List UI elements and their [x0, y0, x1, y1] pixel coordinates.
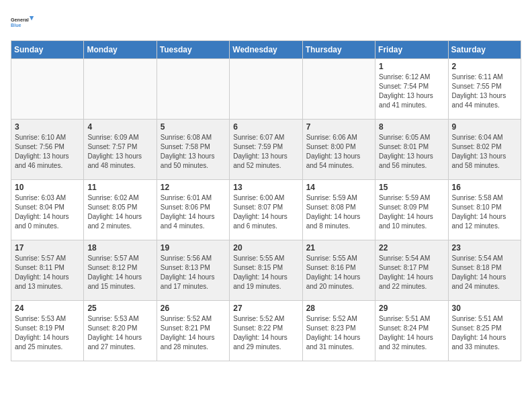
day-info: Sunrise: 6:00 AMSunset: 8:07 PMDaylight:… — [233, 193, 298, 231]
calendar-cell: 27Sunrise: 5:52 AMSunset: 8:22 PMDayligh… — [230, 301, 302, 361]
calendar-week-4: 17Sunrise: 5:57 AMSunset: 8:11 PMDayligh… — [11, 240, 521, 301]
calendar-cell — [230, 59, 302, 120]
calendar-cell: 28Sunrise: 5:52 AMSunset: 8:23 PMDayligh… — [302, 301, 375, 361]
calendar-cell: 5Sunrise: 6:08 AMSunset: 7:58 PMDaylight… — [157, 120, 229, 180]
calendar-cell: 6Sunrise: 6:07 AMSunset: 7:59 PMDaylight… — [230, 120, 302, 180]
calendar-cell: 14Sunrise: 5:59 AMSunset: 8:08 PMDayligh… — [302, 180, 375, 240]
day-info: Sunrise: 5:53 AMSunset: 8:19 PMDaylight:… — [15, 314, 80, 352]
svg-marker-2 — [30, 16, 34, 20]
calendar-cell: 11Sunrise: 6:02 AMSunset: 8:05 PMDayligh… — [84, 180, 157, 240]
calendar-cell: 3Sunrise: 6:10 AMSunset: 7:56 PMDaylight… — [11, 120, 84, 180]
calendar-cell: 18Sunrise: 5:57 AMSunset: 8:12 PMDayligh… — [84, 240, 157, 301]
weekday-header-friday: Friday — [375, 41, 448, 59]
day-info: Sunrise: 5:52 AMSunset: 8:22 PMDaylight:… — [233, 314, 298, 352]
header: GeneralBlue — [11, 11, 521, 35]
calendar-cell: 12Sunrise: 6:01 AMSunset: 8:06 PMDayligh… — [157, 180, 229, 240]
day-number: 26 — [161, 304, 226, 313]
calendar-cell: 22Sunrise: 5:54 AMSunset: 8:17 PMDayligh… — [375, 240, 448, 301]
day-number: 28 — [306, 304, 371, 313]
calendar-cell — [302, 59, 375, 120]
calendar-week-5: 24Sunrise: 5:53 AMSunset: 8:19 PMDayligh… — [11, 301, 521, 361]
day-info: Sunrise: 6:11 AMSunset: 7:55 PMDaylight:… — [452, 73, 517, 110]
day-number: 20 — [233, 243, 298, 253]
calendar-cell: 29Sunrise: 5:51 AMSunset: 8:24 PMDayligh… — [375, 301, 448, 361]
day-number: 13 — [233, 183, 298, 192]
calendar-cell: 24Sunrise: 5:53 AMSunset: 8:19 PMDayligh… — [11, 301, 84, 361]
day-number: 14 — [306, 183, 371, 192]
day-number: 3 — [15, 122, 80, 132]
day-number: 12 — [161, 183, 226, 192]
day-info: Sunrise: 6:09 AMSunset: 7:57 PMDaylight:… — [87, 133, 152, 171]
day-number: 30 — [452, 304, 517, 313]
day-info: Sunrise: 5:54 AMSunset: 8:17 PMDaylight:… — [379, 254, 444, 291]
day-number: 15 — [379, 183, 444, 192]
calendar-cell: 25Sunrise: 5:53 AMSunset: 8:20 PMDayligh… — [84, 301, 157, 361]
day-info: Sunrise: 5:52 AMSunset: 8:23 PMDaylight:… — [306, 314, 371, 352]
calendar-cell: 23Sunrise: 5:54 AMSunset: 8:18 PMDayligh… — [448, 240, 521, 301]
calendar-cell: 19Sunrise: 5:56 AMSunset: 8:13 PMDayligh… — [157, 240, 229, 301]
day-number: 29 — [379, 304, 444, 313]
svg-text:General: General — [11, 17, 29, 23]
day-number: 25 — [87, 304, 152, 313]
day-number: 16 — [452, 183, 517, 192]
svg-text:Blue: Blue — [11, 22, 21, 28]
day-number: 5 — [161, 122, 226, 132]
calendar-cell: 9Sunrise: 6:04 AMSunset: 8:02 PMDaylight… — [448, 120, 521, 180]
calendar-cell: 21Sunrise: 5:55 AMSunset: 8:16 PMDayligh… — [302, 240, 375, 301]
day-number: 6 — [233, 122, 298, 132]
calendar-cell: 13Sunrise: 6:00 AMSunset: 8:07 PMDayligh… — [230, 180, 302, 240]
day-number: 21 — [306, 243, 371, 253]
day-info: Sunrise: 5:51 AMSunset: 8:25 PMDaylight:… — [452, 314, 517, 352]
day-info: Sunrise: 6:12 AMSunset: 7:54 PMDaylight:… — [379, 73, 444, 110]
weekday-header-saturday: Saturday — [448, 41, 521, 59]
logo: GeneralBlue — [11, 11, 35, 35]
calendar-week-3: 10Sunrise: 6:03 AMSunset: 8:04 PMDayligh… — [11, 180, 521, 240]
day-number: 11 — [87, 183, 152, 192]
day-info: Sunrise: 5:56 AMSunset: 8:13 PMDaylight:… — [161, 254, 226, 291]
calendar-cell: 26Sunrise: 5:52 AMSunset: 8:21 PMDayligh… — [157, 301, 229, 361]
day-number: 18 — [87, 243, 152, 253]
calendar-cell: 15Sunrise: 5:59 AMSunset: 8:09 PMDayligh… — [375, 180, 448, 240]
day-info: Sunrise: 6:05 AMSunset: 8:01 PMDaylight:… — [379, 133, 444, 171]
logo-icon: GeneralBlue — [11, 11, 35, 35]
calendar-week-1: 1Sunrise: 6:12 AMSunset: 7:54 PMDaylight… — [11, 59, 521, 120]
day-info: Sunrise: 6:07 AMSunset: 7:59 PMDaylight:… — [233, 133, 298, 171]
weekday-header-thursday: Thursday — [302, 41, 375, 59]
day-info: Sunrise: 5:51 AMSunset: 8:24 PMDaylight:… — [379, 314, 444, 352]
calendar-cell: 2Sunrise: 6:11 AMSunset: 7:55 PMDaylight… — [448, 59, 521, 120]
day-info: Sunrise: 6:01 AMSunset: 8:06 PMDaylight:… — [161, 193, 226, 231]
calendar-cell: 17Sunrise: 5:57 AMSunset: 8:11 PMDayligh… — [11, 240, 84, 301]
calendar-cell: 1Sunrise: 6:12 AMSunset: 7:54 PMDaylight… — [375, 59, 448, 120]
day-info: Sunrise: 5:57 AMSunset: 8:12 PMDaylight:… — [87, 254, 152, 291]
calendar-week-2: 3Sunrise: 6:10 AMSunset: 7:56 PMDaylight… — [11, 120, 521, 180]
day-info: Sunrise: 5:59 AMSunset: 8:08 PMDaylight:… — [306, 193, 371, 231]
day-info: Sunrise: 5:55 AMSunset: 8:15 PMDaylight:… — [233, 254, 298, 291]
day-number: 10 — [15, 183, 80, 192]
day-number: 23 — [452, 243, 517, 253]
day-info: Sunrise: 6:03 AMSunset: 8:04 PMDaylight:… — [15, 193, 80, 231]
day-info: Sunrise: 6:10 AMSunset: 7:56 PMDaylight:… — [15, 133, 80, 171]
day-number: 7 — [306, 122, 371, 132]
day-number: 2 — [452, 62, 517, 71]
day-number: 9 — [452, 122, 517, 132]
calendar-cell: 16Sunrise: 5:58 AMSunset: 8:10 PMDayligh… — [448, 180, 521, 240]
day-info: Sunrise: 6:06 AMSunset: 8:00 PMDaylight:… — [306, 133, 371, 171]
calendar-cell — [84, 59, 157, 120]
day-info: Sunrise: 5:54 AMSunset: 8:18 PMDaylight:… — [452, 254, 517, 291]
day-number: 17 — [15, 243, 80, 253]
weekday-header-tuesday: Tuesday — [157, 41, 229, 59]
weekday-header-wednesday: Wednesday — [230, 41, 302, 59]
day-info: Sunrise: 5:55 AMSunset: 8:16 PMDaylight:… — [306, 254, 371, 291]
calendar-cell: 4Sunrise: 6:09 AMSunset: 7:57 PMDaylight… — [84, 120, 157, 180]
header-row: SundayMondayTuesdayWednesdayThursdayFrid… — [11, 41, 521, 59]
calendar-cell — [157, 59, 229, 120]
calendar-cell: 8Sunrise: 6:05 AMSunset: 8:01 PMDaylight… — [375, 120, 448, 180]
calendar-table: SundayMondayTuesdayWednesdayThursdayFrid… — [11, 40, 521, 361]
calendar-cell: 20Sunrise: 5:55 AMSunset: 8:15 PMDayligh… — [230, 240, 302, 301]
calendar-cell — [11, 59, 84, 120]
weekday-header-monday: Monday — [84, 41, 157, 59]
calendar-cell: 30Sunrise: 5:51 AMSunset: 8:25 PMDayligh… — [448, 301, 521, 361]
day-info: Sunrise: 5:58 AMSunset: 8:10 PMDaylight:… — [452, 193, 517, 231]
day-info: Sunrise: 6:04 AMSunset: 8:02 PMDaylight:… — [452, 133, 517, 171]
day-info: Sunrise: 5:57 AMSunset: 8:11 PMDaylight:… — [15, 254, 80, 291]
